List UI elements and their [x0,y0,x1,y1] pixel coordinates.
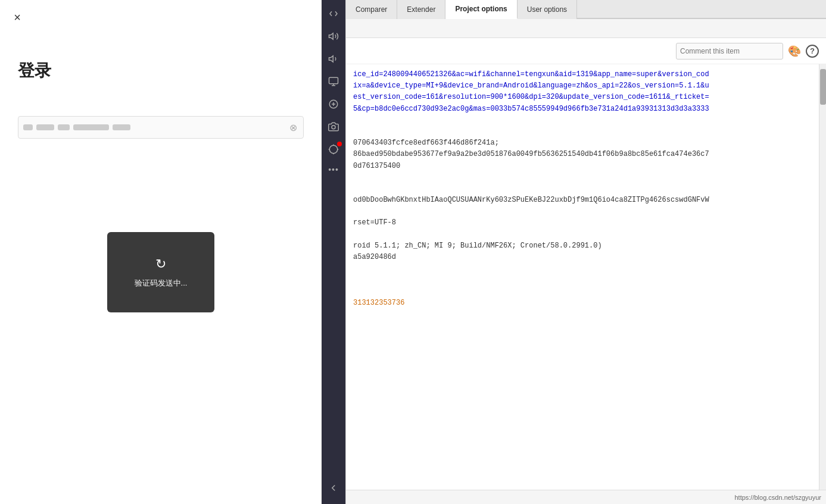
content-area: ice_id=2480094406521326&ac=wifi&channel=… [346,64,826,490]
tab-comparer[interactable]: Comparer [346,0,397,19]
code-line [346,183,819,195]
right-panel: ••• Comparer Extender Project options U [322,0,826,504]
monitor-icon[interactable] [322,70,345,93]
svg-point-9 [329,145,338,154]
tab-user-options[interactable]: User options [518,0,577,19]
placeholder-block-3 [58,124,70,130]
back-icon[interactable] [322,477,345,499]
help-icon[interactable]: ? [806,45,819,58]
svg-rect-2 [329,77,338,84]
login-title: 登录 [18,60,51,82]
code-line [346,286,819,298]
placeholder-block-4 [73,124,109,130]
palette-icon[interactable]: 🎨 [788,45,801,58]
placeholder-block-5 [113,124,130,130]
code-line [346,172,819,183]
phone-input-area[interactable]: ⊗ [18,116,304,139]
placeholder-block-1 [23,124,33,130]
code-line: 0d761375400 [346,161,819,172]
tab-project-options[interactable]: Project options [445,0,517,19]
code-line [346,263,819,274]
code-line: rset=UTF-8 [346,217,819,228]
code-display[interactable]: ice_id=2480094406521326&ac=wifi&channel=… [346,64,819,490]
close-button[interactable]: × [8,8,26,26]
tab-bar: Comparer Extender Project options User o… [346,0,826,19]
code-line [346,229,819,240]
sidebar: ••• [322,0,345,504]
code-line [346,126,819,137]
verification-text: 验证码发送中... [135,278,188,289]
tab-extender[interactable]: Extender [397,0,445,19]
add-icon[interactable] [322,93,345,115]
verification-overlay: ↻ 验证码发送中... [107,232,214,312]
placeholder-block-2 [36,124,54,130]
scrollbar-thumb[interactable] [820,69,826,105]
code-line: 5&cp=b8dc0e6ccd730d93e2ac0g&mas=0033b574… [346,104,819,115]
camera-icon[interactable] [322,115,345,138]
status-bar: https://blog.csdn.net/szgyuyur [346,490,826,504]
spinner-icon: ↻ [155,256,166,272]
login-dialog: × 登录 ⊗ ↻ 验证码发送中... [0,0,322,504]
clear-input-button[interactable]: ⊗ [288,122,298,133]
code-line: a5a920486d [346,252,819,263]
code-line [346,115,819,126]
code-line: 313132353736 [346,298,819,309]
scrollbar-track[interactable] [819,64,826,490]
code-line [346,309,819,320]
code-line: ice_id=2480094406521326&ac=wifi&channel=… [346,69,819,80]
svg-marker-0 [329,33,333,40]
code-line: est_version_code=161&resolution=900*1600… [346,92,819,103]
target-icon[interactable] [322,138,345,161]
compare-icon[interactable] [322,2,345,25]
volume-down-icon[interactable] [322,48,345,70]
code-line: 86baed950bdabe953677ef9a9a2be3d051876a00… [346,149,819,160]
code-line: roid 5.1.1; zh_CN; MI 9; Build/NMF26X; C… [346,240,819,252]
comment-row: 🎨 ? [346,38,826,64]
code-line [346,274,819,286]
status-text: https://blog.csdn.net/szgyuyur [734,494,821,501]
input-placeholder-row [23,124,288,130]
sidebar-bottom [322,477,345,499]
code-line: ix=a&device_type=MI+9&device_brand=Andro… [346,80,819,92]
more-icon[interactable]: ••• [322,161,345,179]
code-line: od0bDooBwhGKbnxtHbIAaoQCUSUAANrKy603zSPu… [346,195,819,206]
volume-up-icon[interactable] [322,25,345,48]
code-line: 070643403fcfce8edf663f446d86f241a; [346,137,819,149]
svg-point-8 [332,126,335,129]
code-line [346,206,819,217]
toolbar-row [346,19,826,38]
main-content: Comparer Extender Project options User o… [345,0,826,504]
comment-input[interactable] [676,43,783,60]
svg-marker-1 [329,56,333,62]
